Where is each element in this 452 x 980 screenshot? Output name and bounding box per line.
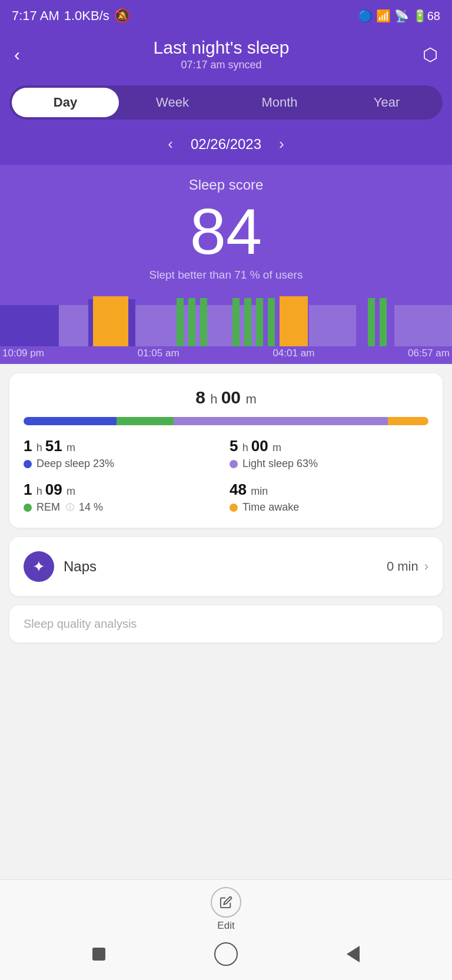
svg-rect-11 bbox=[232, 298, 240, 346]
rem-sleep-bar-segment bbox=[117, 417, 173, 425]
tab-day[interactable]: Day bbox=[12, 88, 119, 117]
header-title: Last night's sleep 07:17 am synced bbox=[154, 38, 290, 71]
naps-chevron-icon: › bbox=[424, 559, 428, 574]
awake-dot bbox=[230, 504, 238, 512]
time-label-2: 01:05 am bbox=[138, 347, 180, 359]
sleep-chart: 10:09 pm 01:05 am 04:01 am 06:57 am bbox=[0, 293, 452, 364]
bottom-bar: Edit bbox=[0, 879, 452, 980]
svg-rect-12 bbox=[244, 298, 251, 346]
bluetooth-icon: 🔵 bbox=[358, 9, 373, 23]
edit-label: Edit bbox=[217, 920, 234, 932]
svg-rect-19 bbox=[394, 305, 452, 346]
stat-rem-sleep: 1 h 09 m REM ⓘ 14 % bbox=[24, 481, 222, 514]
sleep-score-value: 84 bbox=[12, 199, 440, 264]
sleep-score-subtitle: Slept better than 71 % of users bbox=[12, 269, 440, 293]
total-hours: 8 bbox=[195, 388, 205, 407]
quality-label: Sleep quality analysis bbox=[24, 617, 428, 631]
svg-rect-10 bbox=[224, 305, 259, 346]
svg-rect-17 bbox=[368, 298, 375, 346]
svg-rect-15 bbox=[280, 296, 308, 346]
network-speed: 1.0KB/s bbox=[64, 8, 109, 24]
awake-label: Time awake bbox=[230, 501, 428, 514]
naps-icon: ✦ bbox=[24, 551, 54, 582]
status-left: 7:17 AM 1.0KB/s 🔕 bbox=[12, 8, 130, 24]
time-labels: 10:09 pm 01:05 am 04:01 am 06:57 am bbox=[0, 346, 452, 363]
deep-sleep-duration: 1 h 51 m bbox=[24, 437, 222, 455]
period-tabs: Day Week Month Year bbox=[9, 85, 443, 120]
rem-info-icon: ⓘ bbox=[66, 502, 74, 513]
time-label-1: 10:09 pm bbox=[2, 347, 44, 359]
square-nav-button[interactable] bbox=[87, 942, 111, 966]
svg-rect-16 bbox=[309, 305, 356, 346]
total-m-unit: m bbox=[245, 392, 256, 406]
svg-rect-13 bbox=[256, 298, 263, 346]
sleep-quality-card: Sleep quality analysis bbox=[9, 605, 443, 643]
awake-bar-segment bbox=[388, 417, 428, 425]
rem-sleep-duration: 1 h 09 m bbox=[24, 481, 222, 499]
svg-rect-18 bbox=[380, 298, 387, 346]
sleep-timeline-svg bbox=[0, 293, 452, 346]
svg-rect-4 bbox=[135, 305, 153, 346]
svg-rect-2 bbox=[59, 305, 88, 346]
wifi-icon: 📡 bbox=[394, 9, 409, 23]
svg-rect-8 bbox=[188, 298, 195, 346]
back-nav-button[interactable] bbox=[341, 942, 365, 966]
naps-value: 0 min bbox=[387, 559, 418, 574]
edit-section: Edit bbox=[0, 880, 452, 936]
light-sleep-label: Light sleep 63% bbox=[230, 458, 428, 470]
share-button[interactable]: ⬡ bbox=[423, 44, 438, 65]
naps-card[interactable]: ✦ Naps 0 min › bbox=[9, 537, 443, 596]
circle-nav-button[interactable] bbox=[214, 942, 238, 966]
svg-rect-7 bbox=[177, 298, 184, 346]
tab-week[interactable]: Week bbox=[119, 88, 226, 117]
sleep-stage-bar bbox=[24, 417, 428, 425]
light-sleep-bar-segment bbox=[174, 417, 388, 425]
tab-year[interactable]: Year bbox=[333, 88, 440, 117]
deep-sleep-dot bbox=[24, 460, 32, 468]
awake-duration: 48 min bbox=[230, 481, 428, 499]
period-selector: Day Week Month Year bbox=[0, 81, 452, 129]
edit-button[interactable] bbox=[211, 887, 241, 918]
svg-rect-5 bbox=[93, 296, 128, 346]
naps-left: ✦ Naps bbox=[24, 551, 97, 582]
content-area: 8 h 00 m 1 h 51 m bbox=[0, 364, 452, 734]
header: ‹ Last night's sleep 07:17 am synced ⬡ bbox=[0, 32, 452, 81]
svg-rect-1 bbox=[0, 305, 59, 346]
svg-rect-14 bbox=[268, 298, 275, 346]
status-bar: 7:17 AM 1.0KB/s 🔕 🔵 📶 📡 🔋68 bbox=[0, 0, 452, 32]
sleep-summary-card: 8 h 00 m 1 h 51 m bbox=[9, 373, 443, 528]
stat-light-sleep: 5 h 00 m Light sleep 63% bbox=[230, 437, 428, 470]
time-text: 7:17 AM bbox=[12, 8, 59, 24]
light-sleep-duration: 5 h 00 m bbox=[230, 437, 428, 455]
naps-right: 0 min › bbox=[387, 559, 428, 574]
stat-deep-sleep: 1 h 51 m Deep sleep 23% bbox=[24, 437, 222, 470]
naps-label: Naps bbox=[64, 558, 97, 575]
time-label-3: 04:01 am bbox=[272, 347, 314, 359]
light-sleep-dot bbox=[230, 460, 238, 468]
sleep-stats-grid: 1 h 51 m Deep sleep 23% 5 h 00 m bbox=[24, 437, 428, 514]
sleep-score-label: Sleep score bbox=[12, 177, 440, 193]
total-minutes: 00 bbox=[221, 388, 241, 407]
sync-time: 07:17 am synced bbox=[154, 59, 290, 71]
tab-month[interactable]: Month bbox=[226, 88, 333, 117]
next-date-button[interactable]: › bbox=[279, 135, 284, 153]
prev-date-button[interactable]: ‹ bbox=[168, 135, 173, 153]
deep-sleep-bar-segment bbox=[24, 417, 117, 425]
system-nav-bar bbox=[0, 936, 452, 980]
rem-sleep-label: REM ⓘ 14 % bbox=[24, 501, 222, 514]
rem-sleep-dot bbox=[24, 504, 32, 512]
silent-icon: 🔕 bbox=[114, 8, 130, 24]
total-sleep-display: 8 h 00 m bbox=[24, 388, 428, 408]
back-button[interactable]: ‹ bbox=[14, 45, 20, 65]
date-navigation: ‹ 02/26/2023 › bbox=[0, 129, 452, 165]
current-date: 02/26/2023 bbox=[191, 136, 261, 153]
signal-icon: 📶 bbox=[376, 9, 391, 23]
stat-awake: 48 min Time awake bbox=[230, 481, 428, 514]
total-h-unit: h bbox=[210, 392, 221, 406]
deep-sleep-label: Deep sleep 23% bbox=[24, 458, 222, 470]
status-right: 🔵 📶 📡 🔋68 bbox=[358, 9, 440, 23]
battery-icon: 🔋68 bbox=[413, 9, 440, 23]
time-label-4: 06:57 am bbox=[408, 347, 450, 359]
page-title: Last night's sleep bbox=[154, 38, 290, 58]
sleep-score-section: Sleep score 84 Slept better than 71 % of… bbox=[0, 165, 452, 293]
